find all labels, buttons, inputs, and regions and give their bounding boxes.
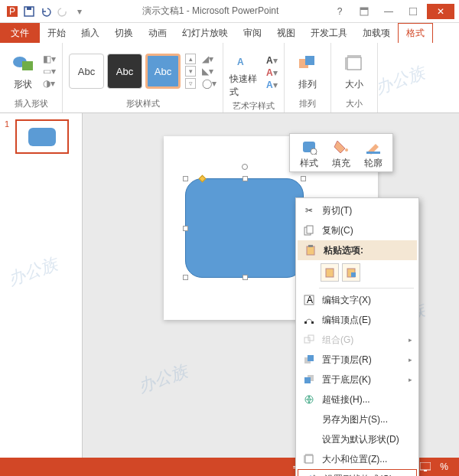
format-shape-icon (304, 472, 318, 476)
arrange-icon (295, 51, 320, 76)
menu-hyperlink[interactable]: 超链接(H)... (296, 390, 418, 409)
svg-rect-21 (326, 269, 334, 277)
menu-cut[interactable]: ✂ 剪切(T) (296, 201, 418, 220)
merge-shape-icon[interactable]: ◑▾ (43, 78, 56, 89)
menu-edit-points[interactable]: 编辑顶点(E) (296, 310, 418, 330)
tab-start[interactable]: 开始 (40, 23, 73, 43)
window-title: 演示文稿1 - Microsoft PowerPoint (92, 5, 329, 18)
tab-format[interactable]: 格式 (398, 23, 433, 43)
quick-style-button[interactable]: A 快速样式 (230, 46, 263, 99)
thumbnail-panel[interactable]: 1 (0, 113, 83, 458)
rounded-rectangle-shape[interactable] (185, 178, 304, 278)
group-arrange: 排列 (291, 96, 324, 111)
close-icon[interactable]: ✕ (427, 4, 454, 19)
gallery-more-icon[interactable]: ▿ (185, 78, 196, 89)
mini-fill-button[interactable]: 填充 (325, 139, 357, 170)
style-preset-3[interactable]: Abc (145, 54, 181, 89)
group-wordart: 艺术字样式 (230, 99, 278, 113)
svg-text:A: A (237, 57, 244, 67)
edit-shape-icon[interactable]: ◧▾ (43, 54, 56, 64)
text-outline-icon[interactable]: A▾ (266, 67, 278, 78)
paste-option-2[interactable] (342, 263, 360, 282)
help-icon[interactable]: ? (329, 4, 350, 19)
tab-addons[interactable]: 加载项 (355, 23, 398, 43)
shapes-button[interactable]: 形状 (6, 51, 40, 91)
resize-handle[interactable] (243, 275, 248, 280)
svg-rect-12 (347, 57, 361, 70)
tab-review[interactable]: 审阅 (236, 23, 269, 43)
menu-edit-text[interactable]: A 编辑文字(X) (296, 290, 418, 310)
redo-icon[interactable] (55, 4, 70, 19)
size-button[interactable]: 大小 (337, 51, 371, 91)
resize-handle[interactable] (243, 176, 248, 181)
shape-effects-icon[interactable]: ◯▾ (202, 78, 216, 89)
menu-format-shape[interactable]: 设置形状格式(O)... (298, 469, 417, 476)
size-icon (342, 51, 366, 76)
slide-thumbnail[interactable] (15, 119, 69, 154)
resize-handle[interactable] (301, 176, 306, 181)
svg-rect-5 (360, 8, 368, 10)
paste-option-1[interactable] (321, 263, 339, 282)
chevron-right-icon: ▸ (409, 376, 412, 383)
svg-rect-11 (305, 56, 314, 65)
tab-file[interactable]: 文件 (0, 23, 40, 43)
style-preset-1[interactable]: Abc (69, 54, 104, 89)
svg-rect-33 (304, 377, 311, 383)
group-shape-styles: 形状样式 (69, 96, 216, 111)
menu-hyperlink-label: 超链接(H)... (322, 393, 370, 406)
shape-fill-icon[interactable]: ◢▾ (202, 54, 216, 64)
menu-copy[interactable]: 复制(C) (296, 220, 418, 240)
gallery-down-icon[interactable]: ▾ (185, 66, 196, 77)
mini-outline-button[interactable]: 轮廓 (357, 139, 389, 170)
ribbon-options-icon[interactable] (353, 4, 375, 19)
menu-format-shape-label: 设置形状格式(O)... (324, 473, 400, 477)
text-effects-icon[interactable]: A▾ (266, 80, 278, 90)
menu-save-pic-label: 另存为图片(S)... (322, 413, 388, 426)
menu-bring-front[interactable]: 置于顶层(R) ▸ (296, 350, 418, 370)
quick-style-label: 快速样式 (230, 73, 263, 99)
text-fill-icon[interactable]: A▾ (266, 55, 278, 66)
resize-handle[interactable] (183, 226, 188, 231)
rotate-handle[interactable] (242, 164, 248, 170)
zoom-level[interactable]: % (434, 461, 454, 472)
maximize-icon[interactable] (402, 4, 424, 19)
style-preset-2[interactable]: Abc (107, 54, 142, 89)
thumb-shape-icon (28, 128, 56, 146)
menu-cut-label: 剪切(T) (322, 204, 352, 217)
tab-view[interactable]: 视图 (269, 23, 303, 43)
mini-style-button[interactable]: 样式 (293, 139, 325, 170)
menu-paste-label: 粘贴选项: (324, 244, 363, 257)
qat-dropdown-icon[interactable]: ▾ (72, 4, 87, 19)
save-icon[interactable] (21, 4, 37, 19)
tab-slideshow[interactable]: 幻灯片放映 (174, 23, 236, 43)
minimize-icon[interactable]: — (378, 4, 399, 19)
menu-send-back[interactable]: 置于底层(K) ▸ (296, 370, 418, 390)
menu-size-pos[interactable]: 大小和位置(Z)... (296, 449, 418, 469)
gallery-up-icon[interactable]: ▴ (185, 54, 196, 64)
svg-text:A: A (307, 295, 313, 305)
menu-default-shape-label: 设置为默认形状(D) (322, 433, 399, 446)
shape-outline-icon[interactable]: ◣▾ (202, 66, 216, 77)
group-insert-shapes: 插入形状 (6, 96, 56, 111)
resize-handle[interactable] (183, 176, 188, 181)
app-icon[interactable]: P (5, 4, 20, 19)
arrange-button[interactable]: 排列 (291, 51, 324, 91)
slideshow-view-icon[interactable] (417, 460, 434, 474)
mini-toolbar: 样式 填充 轮廓 (289, 133, 393, 172)
tab-anim[interactable]: 动画 (141, 23, 174, 43)
edit-points-icon (302, 313, 316, 327)
tab-insert[interactable]: 插入 (73, 23, 107, 43)
resize-handle[interactable] (183, 275, 188, 280)
mini-outline-label: 轮廓 (364, 157, 382, 170)
tab-effects[interactable]: 切换 (107, 23, 141, 43)
menu-size-pos-label: 大小和位置(Z)... (322, 453, 387, 466)
menu-default-shape[interactable]: 设置为默认形状(D) (296, 429, 418, 449)
undo-icon[interactable] (38, 4, 54, 19)
mini-style-label: 样式 (300, 157, 318, 170)
menu-save-pic[interactable]: 另存为图片(S)... (296, 409, 418, 429)
svg-text:P: P (9, 6, 15, 17)
corner-radius-handle[interactable] (199, 175, 207, 183)
style-icon (301, 139, 317, 155)
tab-dev[interactable]: 开发工具 (303, 23, 355, 43)
text-box-icon[interactable]: ▭▾ (43, 66, 56, 77)
